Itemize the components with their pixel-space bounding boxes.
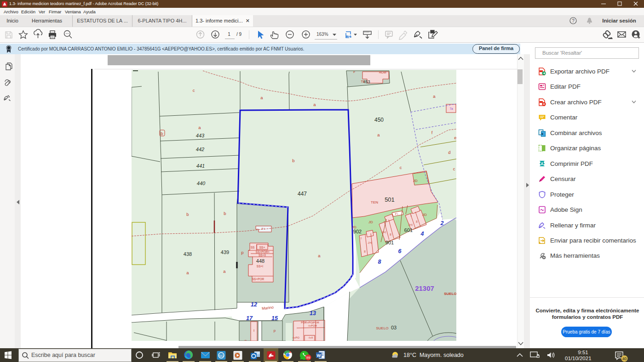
svg-text:TE: TE bbox=[361, 80, 365, 83]
svg-text:d: d bbox=[448, 150, 450, 155]
svg-text:II: II bbox=[390, 233, 391, 236]
svg-text:163%: 163% bbox=[316, 32, 328, 37]
svg-text:-I+I: -I+I bbox=[408, 223, 413, 226]
svg-text:SS+II: SS+II bbox=[259, 254, 266, 257]
svg-text:SS+POR+: SS+POR+ bbox=[256, 250, 270, 254]
svg-text:a: a bbox=[260, 95, 263, 100]
svg-text:I: I bbox=[361, 237, 362, 240]
svg-text:-I+II: -I+II bbox=[308, 336, 313, 339]
svg-text:b: b bbox=[224, 211, 226, 216]
svg-text:12: 12 bbox=[251, 301, 257, 308]
svg-text:601: 601 bbox=[404, 227, 413, 233]
svg-text:?: ? bbox=[572, 18, 575, 23]
svg-text:b: b bbox=[186, 212, 189, 217]
svg-text:HILAR: HILAR bbox=[379, 71, 386, 74]
svg-text:JD: JD bbox=[352, 225, 356, 229]
svg-text:440: 440 bbox=[197, 181, 206, 186]
svg-text:SS+I: SS+I bbox=[257, 265, 263, 268]
svg-text:-I+I: -I+I bbox=[381, 231, 386, 234]
svg-text:a: a bbox=[186, 270, 189, 275]
svg-text:a: a bbox=[223, 269, 226, 274]
svg-text:902: 902 bbox=[353, 229, 362, 234]
svg-text:e: e bbox=[454, 135, 456, 140]
svg-text:443: 443 bbox=[196, 133, 205, 138]
svg-text:TEN: TEN bbox=[371, 200, 378, 204]
svg-text:40: 40 bbox=[622, 356, 627, 361]
svg-text:4: 4 bbox=[420, 231, 424, 237]
svg-text:c: c bbox=[400, 165, 402, 170]
svg-text:b: b bbox=[161, 131, 163, 136]
svg-text:a: a bbox=[313, 102, 316, 107]
svg-text:c: c bbox=[453, 166, 455, 171]
svg-text:f: f bbox=[431, 130, 433, 135]
svg-text:SS+: SS+ bbox=[259, 246, 265, 249]
svg-text:I: I bbox=[385, 223, 386, 226]
svg-text:W: W bbox=[317, 353, 321, 358]
svg-text:901: 901 bbox=[385, 240, 394, 245]
svg-text:a: a bbox=[318, 253, 321, 258]
svg-text:a: a bbox=[377, 132, 380, 137]
svg-text:POR+PO|POR: POR+PO|POR bbox=[301, 321, 319, 324]
svg-text:442: 442 bbox=[196, 147, 204, 152]
svg-text:03: 03 bbox=[391, 325, 397, 330]
svg-text:P I: P I bbox=[261, 227, 265, 230]
svg-text:441: 441 bbox=[196, 163, 205, 169]
svg-text:SUELO: SUELO bbox=[444, 292, 456, 296]
svg-text:99: 99 bbox=[306, 356, 310, 360]
svg-text:447: 447 bbox=[298, 191, 307, 197]
svg-text:/ 9: / 9 bbox=[236, 32, 242, 37]
svg-text:13: 13 bbox=[310, 310, 316, 317]
svg-text:438: 438 bbox=[184, 251, 192, 257]
svg-text:8: 8 bbox=[378, 259, 381, 265]
svg-text:p: p bbox=[274, 328, 276, 333]
svg-text:-I+I: -I+I bbox=[368, 241, 372, 244]
svg-text:c: c bbox=[193, 88, 195, 93]
svg-text:17: 17 bbox=[246, 315, 253, 322]
svg-text:JD: JD bbox=[368, 220, 373, 224]
svg-text:JD: JD bbox=[422, 213, 427, 217]
svg-text:JD: JD bbox=[413, 179, 418, 183]
svg-text:501: 501 bbox=[385, 196, 395, 203]
svg-text:SS: SS bbox=[251, 246, 255, 249]
svg-text:a: a bbox=[198, 125, 201, 130]
svg-text:a: a bbox=[433, 94, 436, 99]
svg-text:21307: 21307 bbox=[415, 284, 434, 292]
svg-text:P I: P I bbox=[395, 213, 398, 215]
svg-text:I: I bbox=[253, 328, 254, 333]
svg-text:SS+POR: SS+POR bbox=[252, 277, 264, 281]
svg-text:2: 2 bbox=[440, 220, 444, 226]
svg-text:6: 6 bbox=[398, 248, 402, 255]
svg-text:p: p bbox=[245, 339, 247, 341]
svg-text:I: I bbox=[411, 214, 412, 217]
svg-text:SUELO: SUELO bbox=[376, 326, 388, 330]
svg-text:P: P bbox=[353, 71, 355, 74]
svg-text:439: 439 bbox=[221, 249, 229, 255]
svg-text:p: p bbox=[241, 250, 243, 255]
svg-text:7a: 7a bbox=[449, 107, 453, 110]
svg-text:448: 448 bbox=[256, 258, 264, 264]
svg-text:II: II bbox=[416, 220, 418, 223]
svg-text:SG: SG bbox=[219, 354, 224, 358]
svg-text:15: 15 bbox=[271, 315, 278, 322]
svg-text:b: b bbox=[292, 158, 294, 163]
svg-text:II: II bbox=[364, 250, 366, 253]
svg-text:-I+PO: -I+PO bbox=[292, 336, 299, 339]
svg-text:1: 1 bbox=[228, 32, 230, 37]
svg-text:450: 450 bbox=[374, 117, 384, 123]
svg-text:-I+POR: -I+POR bbox=[308, 324, 317, 327]
